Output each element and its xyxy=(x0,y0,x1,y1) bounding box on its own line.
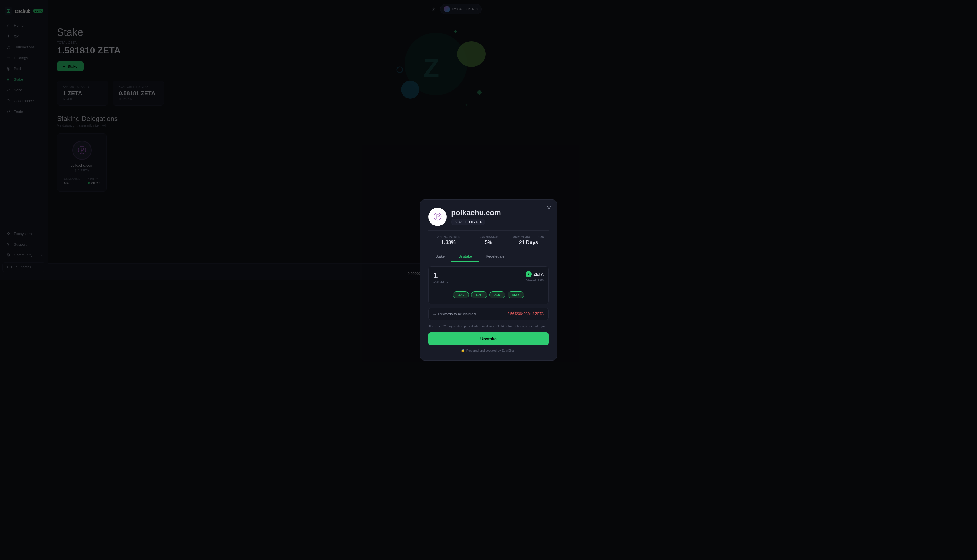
voting-power-value: 1.33% xyxy=(428,240,469,245)
modal: ✕ Ⓟ polkachu.com STAKED 1.0 ZETA VOTING … xyxy=(420,200,489,280)
commission-label: COMMISSION xyxy=(469,235,489,238)
modal-validator-info: polkachu.com STAKED 1.0 ZETA xyxy=(451,208,489,225)
staked-badge: STAKED 1.0 ZETA xyxy=(451,219,485,225)
staked-badge-amount: 1.0 ZETA xyxy=(469,220,482,224)
modal-tabs: Stake Unstake Redelegate xyxy=(428,251,489,262)
tab-redelegate[interactable]: Redelegate xyxy=(479,251,489,262)
modal-validator-logo: Ⓟ xyxy=(428,208,447,226)
modal-validator-name: polkachu.com xyxy=(451,208,489,217)
staked-badge-label: STAKED xyxy=(455,220,467,224)
amount-number[interactable]: 1 xyxy=(433,271,448,280)
tab-stake[interactable]: Stake xyxy=(428,251,451,262)
modal-stat-commission: COMMISSION 5% xyxy=(469,235,489,245)
modal-overlay[interactable]: ✕ Ⓟ polkachu.com STAKED 1.0 ZETA VOTING … xyxy=(0,0,489,280)
modal-stat-voting-power: VOTING POWER 1.33% xyxy=(428,235,469,245)
tab-unstake[interactable]: Unstake xyxy=(451,251,479,262)
modal-stats: VOTING POWER 1.33% COMMISSION 5% UNBONDI… xyxy=(428,230,489,245)
amount-input-box: 1 ~$0.4915 Z ZETA Staked: 1.00 25% 50% 7… xyxy=(428,266,489,280)
commission-value: 5% xyxy=(469,240,489,245)
modal-header: Ⓟ polkachu.com STAKED 1.0 ZETA xyxy=(428,208,489,226)
voting-power-label: VOTING POWER xyxy=(428,235,469,238)
modal-logo-icon: Ⓟ xyxy=(434,212,441,222)
amount-row: 1 ~$0.4915 Z ZETA Staked: 1.00 xyxy=(433,271,489,280)
